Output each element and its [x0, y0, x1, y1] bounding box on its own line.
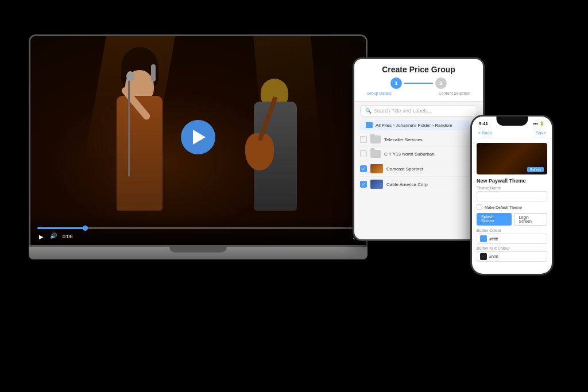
video-thumb-3 — [370, 164, 383, 173]
tablet-search[interactable]: 🔍 Search Title and Labels... — [360, 105, 477, 117]
step-line — [404, 83, 433, 84]
controls-left: ▶ 🔊 0:06 — [37, 232, 73, 240]
progress-dot — [83, 226, 88, 231]
status-icons: ▪▪▪ 🔋 — [533, 121, 545, 126]
mic-top — [126, 71, 134, 81]
phone-time: 9:41 — [479, 121, 488, 126]
button-color-label: Button Colour — [477, 228, 547, 232]
checkbox-3[interactable] — [360, 165, 367, 172]
step-labels: Group Details Content Selection — [361, 91, 476, 95]
phone-section-title: New Paywall Theme — [477, 178, 547, 184]
phone-screen: 9:41 ▪▪▪ 🔋 < Back Save Select — [472, 117, 552, 274]
step-1-label: Group Details — [367, 91, 392, 95]
mic-stand — [128, 79, 130, 176]
phone-frame: 9:41 ▪▪▪ 🔋 < Back Save Select — [470, 115, 554, 275]
checkbox-1[interactable] — [360, 136, 367, 143]
button-text-color-label: Button Text Colour — [477, 246, 547, 250]
phone-nav: < Back Save — [472, 128, 552, 138]
phone-notch — [496, 117, 528, 126]
theme-name-row: Theme Name — [477, 186, 547, 201]
laptop-notch — [169, 247, 227, 253]
main-scene: ▶ 🔊 0:06 ⛶ Cr — [0, 0, 588, 392]
splash-screen-button[interactable]: Splash Screen — [477, 213, 512, 226]
step-1: 1 — [390, 77, 402, 89]
battery-icon: 🔋 — [539, 121, 545, 126]
tablet-frame: Create Price Group 1 2 Group Details Con… — [353, 57, 485, 241]
search-placeholder: Search Title and Labels... — [374, 108, 432, 114]
phone-content: Select New Paywall Theme Theme Name Make… — [472, 138, 552, 269]
play-pause-button[interactable]: ▶ — [37, 232, 45, 240]
laptop-screen: ▶ 🔊 0:06 ⛶ — [29, 34, 368, 247]
laptop-base — [29, 247, 368, 259]
breadcrumb-text: All Files › Johanna's Folder › Random — [376, 123, 452, 128]
file-name-4: Cable America Corp — [386, 182, 428, 187]
text-color-swatch — [480, 253, 487, 260]
play-icon — [193, 130, 206, 145]
time-display: 0:06 — [63, 234, 73, 239]
controls-row: ▶ 🔊 0:06 ⛶ — [37, 232, 359, 240]
button-text-color-row: Button Text Colour #000 — [477, 246, 547, 262]
tablet-title: Create Price Group — [361, 65, 476, 74]
thumb-overlay: Select — [527, 167, 544, 172]
phone-thumbnail: Select — [477, 143, 547, 174]
video-controls: ▶ 🔊 0:06 ⛶ — [30, 216, 366, 245]
stepper: 1 2 — [361, 74, 476, 91]
step-2: 2 — [435, 77, 447, 89]
button-color-input[interactable]: #ffffff — [477, 234, 547, 244]
video-thumb-4 — [370, 180, 383, 189]
folder-icon-1 — [370, 135, 381, 143]
play-button[interactable] — [181, 120, 215, 154]
singer-figure — [99, 61, 191, 211]
laptop-shadow — [29, 261, 385, 265]
default-theme-row: Make Default Theme — [477, 204, 547, 210]
file-list: Telecaller Services C T Y13 North Suburb… — [354, 133, 483, 192]
folder-icon-2 — [370, 150, 381, 158]
search-icon: 🔍 — [365, 108, 372, 114]
text-color-value: #000 — [489, 255, 498, 259]
tablet-header: Create Price Group 1 2 Group Details Con… — [354, 59, 483, 102]
file-name-2: C T Y13 North Suburban — [384, 152, 435, 157]
laptop-device: ▶ 🔊 0:06 ⛶ — [29, 34, 385, 275]
file-item-4[interactable]: Cable America Corp — [360, 177, 477, 192]
checkbox-4[interactable] — [360, 181, 367, 188]
tablet-device: Create Price Group 1 2 Group Details Con… — [353, 57, 485, 241]
color-swatch — [480, 235, 487, 242]
file-item-2[interactable]: C T Y13 North Suburban — [360, 147, 477, 161]
microphone — [151, 64, 156, 81]
breadcrumb-row: All Files › Johanna's Folder › Random — [360, 120, 477, 130]
back-button[interactable]: < Back — [478, 130, 492, 135]
login-screen-button[interactable]: Login Screen — [514, 213, 547, 226]
file-item-3[interactable]: Comcast Sportnet — [360, 161, 477, 177]
button-text-color-input[interactable]: #000 — [477, 251, 547, 262]
tablet-screen: Create Price Group 1 2 Group Details Con… — [354, 59, 483, 239]
file-item-1[interactable]: Telecaller Services — [360, 133, 477, 147]
folder-icon — [366, 122, 373, 128]
save-button[interactable]: Save — [536, 130, 546, 135]
theme-name-label: Theme Name — [477, 186, 547, 190]
button-color-row: Button Colour #ffffff — [477, 228, 547, 244]
theme-name-input[interactable] — [477, 191, 547, 201]
file-name-1: Telecaller Services — [384, 137, 423, 142]
signal-icon: ▪▪▪ — [533, 121, 538, 126]
default-theme-label: Make Default Theme — [485, 205, 522, 209]
phone-device: 9:41 ▪▪▪ 🔋 < Back Save Select — [470, 115, 554, 275]
checkbox-2[interactable] — [360, 150, 367, 157]
file-name-3: Comcast Sportnet — [386, 166, 423, 172]
color-value: #ffffff — [489, 237, 498, 241]
guitarist-figure — [234, 73, 320, 211]
step-2-label: Content Selection — [439, 91, 470, 95]
volume-button[interactable]: 🔊 — [50, 232, 58, 240]
screen-btn-row: Splash Screen Login Screen — [477, 213, 547, 226]
progress-bar[interactable] — [37, 227, 359, 229]
default-theme-checkbox[interactable] — [477, 204, 482, 210]
progress-fill — [37, 227, 86, 229]
